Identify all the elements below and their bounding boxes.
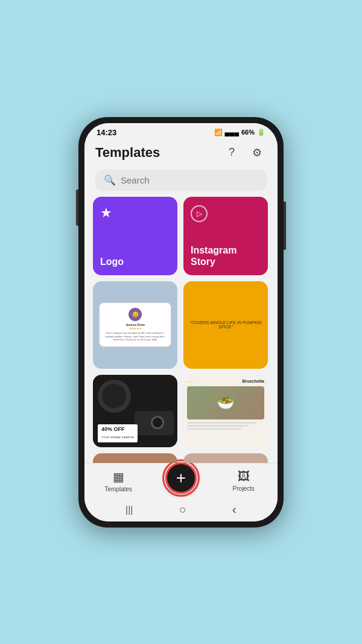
power-button	[284, 202, 286, 250]
nav-item-templates[interactable]: ▦ Templates	[97, 470, 139, 493]
camera-decoration-2	[102, 384, 126, 408]
template-row-4: ELEGANT — — —	[93, 453, 269, 463]
instagram-label: Instagram Story	[191, 244, 261, 267]
help-button[interactable]: ?	[222, 143, 241, 162]
testimonial-inner: 😊 Jessica Drew ★★★★★ Erin's program has …	[99, 302, 171, 347]
projects-nav-label: Projects	[233, 485, 255, 492]
instagram-icon: ▷	[191, 205, 208, 222]
recent-apps-button[interactable]: |||	[125, 505, 133, 515]
status-icons: 📶 ▄▄▄ 66% 🔋	[214, 129, 265, 136]
volume-button	[76, 190, 78, 226]
battery-text: 66%	[241, 129, 255, 136]
search-input-wrap: 🔍	[95, 170, 267, 191]
search-input[interactable]	[121, 175, 258, 185]
add-fab-button[interactable]: +	[165, 462, 197, 494]
testimonial-avatar: 😊	[129, 308, 142, 321]
template-card-recipe[interactable]: ··· Bruschetta 🥗	[183, 375, 268, 447]
template-card-logo[interactable]: ★ Logo	[93, 197, 177, 275]
recipe-title: Bruschetta	[242, 379, 264, 383]
bottom-nav: ▦ Templates + 🖼 Projects	[84, 463, 278, 497]
testimonial-text: Erin's program has changed my life! I fe…	[104, 331, 166, 342]
template-row-3: 40% OFFYOUR DREAM CAMERA ··· Bruschetta …	[93, 375, 269, 447]
app-header: Templates ? ⚙	[84, 139, 278, 167]
templates-nav-label: Templates	[105, 486, 133, 493]
wifi-icon: 📶	[214, 129, 223, 136]
template-card-instagram[interactable]: ▷ Instagram Story	[183, 197, 268, 275]
template-card-elegant[interactable]: ELEGANT	[93, 453, 177, 463]
nav-item-projects[interactable]: 🖼 Projects	[223, 470, 265, 492]
templates-icon: ▦	[113, 470, 124, 484]
recipe-dots: ···	[187, 378, 194, 384]
search-bar: 🔍	[84, 167, 278, 197]
template-card-camera[interactable]: 40% OFFYOUR DREAM CAMERA	[93, 375, 177, 447]
home-button[interactable]: ○	[179, 503, 186, 517]
settings-button[interactable]: ⚙	[247, 143, 267, 162]
template-card-testimonial[interactable]: 😊 Jessica Drew ★★★★★ Erin's program has …	[93, 281, 177, 369]
template-row-2: 😊 Jessica Drew ★★★★★ Erin's program has …	[93, 281, 269, 369]
template-row-1: ★ Logo ▷ Instagram Story f FaPo	[93, 197, 269, 275]
camera-lens	[151, 416, 164, 429]
phone-screen: 14:23 📶 ▄▄▄ 66% 🔋 Templates ? ⚙ 🔍	[84, 123, 278, 521]
system-nav: ||| ○ ‹	[84, 497, 278, 521]
signal-icon: ▄▄▄	[225, 129, 239, 136]
search-icon: 🔍	[104, 174, 116, 186]
phone-frame: 14:23 📶 ▄▄▄ 66% 🔋 Templates ? ⚙ 🔍	[78, 117, 284, 528]
status-bar: 14:23 📶 ▄▄▄ 66% 🔋	[84, 123, 278, 139]
status-time: 14:23	[97, 128, 116, 137]
recipe-image: 🥗	[187, 386, 264, 419]
yellow-quote-text: "COVERS WHOLE LIFE IN PUMPKIN SPICE"	[183, 314, 268, 335]
template-card-yellow[interactable]: "COVERS WHOLE LIFE IN PUMPKIN SPICE"	[183, 281, 268, 369]
template-grid: ★ Logo ▷ Instagram Story f FaPo 😊	[84, 197, 278, 463]
app-title: Templates	[95, 145, 160, 161]
add-icon: +	[176, 470, 186, 486]
battery-icon: 🔋	[257, 129, 265, 136]
discount-label: 40% OFFYOUR DREAM CAMERA	[98, 424, 138, 442]
logo-icon: ★	[100, 205, 170, 221]
header-icons: ? ⚙	[222, 143, 267, 162]
testimonial-stars: ★★★★★	[104, 327, 166, 330]
recipe-lines	[187, 422, 264, 430]
projects-icon: 🖼	[238, 470, 250, 483]
logo-label: Logo	[100, 256, 170, 267]
template-card-elegant2[interactable]: — — —	[183, 453, 268, 463]
back-button[interactable]: ‹	[232, 502, 237, 518]
